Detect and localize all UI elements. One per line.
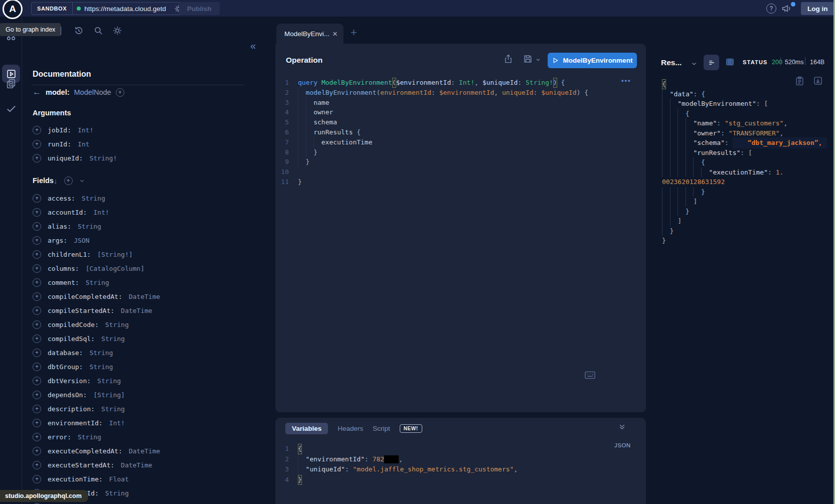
collapse-sidebar-icon[interactable]: « <box>250 40 256 52</box>
add-field-icon[interactable] <box>33 264 41 273</box>
field-type[interactable]: String <box>101 335 125 343</box>
checklist-tab-icon[interactable] <box>0 103 22 114</box>
field-row[interactable]: uniqueId: String! <box>33 151 254 165</box>
tab-script[interactable]: Script <box>373 425 390 432</box>
field-type[interactable]: String <box>89 349 113 357</box>
field-type[interactable]: Float <box>109 475 129 483</box>
add-field-icon[interactable] <box>33 419 41 427</box>
keyboard-shortcuts-icon[interactable] <box>585 371 595 379</box>
schema-tab-icon[interactable] <box>0 78 22 89</box>
add-field-icon[interactable] <box>33 334 41 343</box>
add-field-icon[interactable] <box>33 126 41 134</box>
add-field-icon[interactable] <box>33 405 41 413</box>
field-row[interactable]: jobId: Int! <box>33 123 254 137</box>
field-type[interactable]: DateTime <box>121 461 152 469</box>
publish-button[interactable]: Publish <box>179 2 220 15</box>
back-arrow-icon[interactable]: ← <box>33 87 41 97</box>
field-row[interactable]: executionTime: Float <box>33 472 254 486</box>
sort-fields-icon[interactable]: ↓ <box>54 177 58 185</box>
field-type[interactable]: [CatalogColumn] <box>86 265 144 272</box>
field-type[interactable]: String <box>82 195 105 202</box>
add-field-icon[interactable] <box>33 433 41 441</box>
new-tab-icon[interactable]: + <box>351 26 357 39</box>
field-row[interactable]: accountId: Int! <box>33 205 254 219</box>
response-tree-view-toggle[interactable] <box>704 55 719 70</box>
collapse-variables-icon[interactable] <box>618 423 626 431</box>
search-icon[interactable] <box>93 26 103 36</box>
field-row[interactable]: compileStartedAt: DateTime <box>33 303 254 317</box>
add-field-icon[interactable] <box>33 292 41 301</box>
add-field-icon[interactable] <box>33 447 41 455</box>
field-row[interactable]: comment: String <box>33 275 254 289</box>
add-field-icon[interactable] <box>33 391 41 399</box>
field-row[interactable]: childrenL1: [String!] <box>33 247 254 261</box>
field-row[interactable]: runId: Int <box>33 137 254 151</box>
add-field-icon[interactable] <box>33 236 41 245</box>
field-type[interactable]: DateTime <box>121 307 152 314</box>
add-field-icon[interactable] <box>33 208 41 217</box>
add-field-icon[interactable] <box>33 377 41 385</box>
add-field-icon[interactable] <box>33 461 41 469</box>
endpoint-url-input[interactable]: https://metadata.cloud.getd <box>84 5 171 13</box>
save-operation-icon[interactable] <box>523 54 533 64</box>
field-row[interactable]: compiledSql: String <box>33 331 254 346</box>
field-type[interactable]: [String!] <box>97 251 132 258</box>
field-type[interactable]: [String] <box>93 391 125 399</box>
field-type[interactable]: Int! <box>78 126 93 134</box>
field-type[interactable]: DateTime <box>129 293 160 300</box>
add-field-icon[interactable] <box>33 154 41 162</box>
field-row[interactable]: compileCompletedAt: DateTime <box>33 289 254 303</box>
history-icon[interactable] <box>74 26 84 36</box>
field-type[interactable]: String <box>105 489 129 497</box>
settings-gear-icon[interactable] <box>112 26 122 36</box>
field-type[interactable]: Int <box>78 140 89 148</box>
field-row[interactable]: dbtVersion: String <box>33 374 254 388</box>
field-row[interactable]: executeCompletedAt: DateTime <box>33 444 254 458</box>
add-all-fields-icon[interactable] <box>64 177 73 185</box>
field-type[interactable]: JSON <box>74 237 89 244</box>
variables-editor[interactable]: 1{2"environmentId": 782,3"uniqueId": "mo… <box>275 444 646 485</box>
field-row[interactable]: error: String <box>33 430 254 444</box>
fields-chevron-down-icon[interactable] <box>79 178 85 184</box>
login-button[interactable]: Log in <box>801 2 834 15</box>
add-type-icon[interactable] <box>116 88 124 97</box>
field-row[interactable]: columns: [CatalogColumn] <box>33 261 254 275</box>
field-row[interactable]: database: String <box>33 346 254 360</box>
add-field-icon[interactable] <box>33 140 41 148</box>
response-title[interactable]: Res... <box>661 58 682 67</box>
run-operation-button[interactable]: ModelByEnvironment <box>548 53 637 68</box>
field-row[interactable]: args: JSON <box>33 233 254 247</box>
field-type[interactable]: String <box>78 223 101 230</box>
field-type[interactable]: Int! <box>93 209 109 216</box>
share-operation-icon[interactable] <box>504 54 513 64</box>
announcements-megaphone-icon[interactable] <box>781 3 792 14</box>
close-tab-icon[interactable]: × <box>332 29 338 39</box>
field-type[interactable]: String <box>101 405 125 413</box>
operation-tab[interactable]: ModelByEnvi... × <box>276 24 344 44</box>
field-row[interactable]: environmentId: Int! <box>33 416 254 430</box>
save-chevron-down-icon[interactable] <box>536 57 541 62</box>
field-type[interactable]: DateTime <box>129 447 160 455</box>
field-type[interactable]: String <box>105 321 129 328</box>
tab-variables[interactable]: Variables <box>285 423 328 434</box>
add-field-icon[interactable] <box>33 363 41 371</box>
add-field-icon[interactable] <box>33 306 41 315</box>
field-row[interactable]: description: String <box>33 402 254 416</box>
field-row[interactable]: dbtGroup: String <box>33 360 254 374</box>
field-type[interactable]: String! <box>89 154 117 162</box>
add-field-icon[interactable] <box>33 250 41 259</box>
add-field-icon[interactable] <box>33 475 41 483</box>
add-field-icon[interactable] <box>33 349 41 357</box>
add-field-icon[interactable] <box>33 278 41 287</box>
field-type[interactable]: String <box>89 363 113 371</box>
response-table-view-toggle[interactable] <box>725 57 735 67</box>
add-field-icon[interactable] <box>33 194 41 203</box>
field-row[interactable]: executeStartedAt: DateTime <box>33 458 254 472</box>
response-chevron-down-icon[interactable] <box>691 61 697 67</box>
response-json-viewer[interactable]: {"data": {"modelByEnvironment": [{"name"… <box>662 79 831 246</box>
field-row[interactable]: compiledCode: String <box>33 317 254 331</box>
field-type[interactable]: Int! <box>109 419 125 427</box>
field-type[interactable]: String <box>78 433 101 441</box>
field-row[interactable]: access: String <box>33 191 254 205</box>
field-row[interactable]: alias: String <box>33 219 254 233</box>
